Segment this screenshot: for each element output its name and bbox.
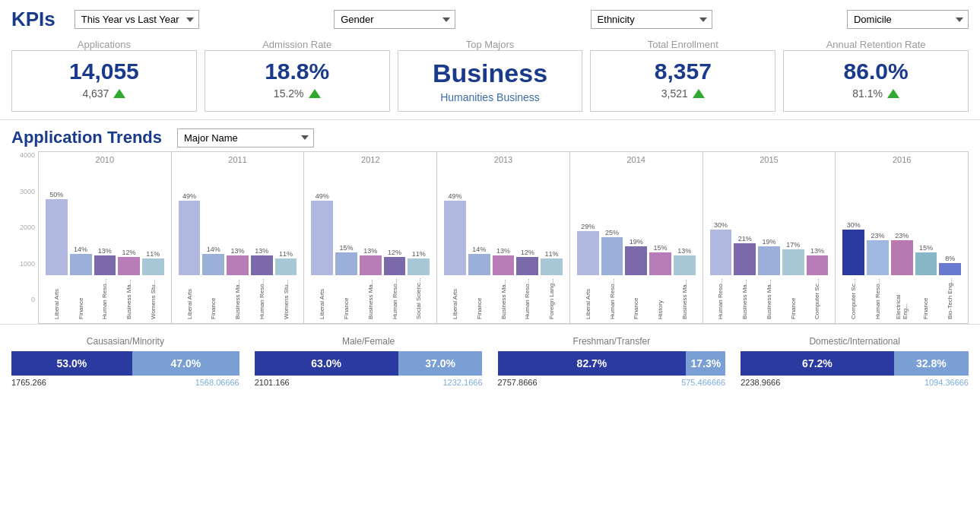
bar-item: 29% Liberal Arts bbox=[577, 223, 599, 319]
bar-item: 23% Human Reso... bbox=[867, 232, 889, 319]
trends-section-header: Application Trends Major Name bbox=[0, 119, 980, 151]
bar-item: 12% Human Reso... bbox=[384, 249, 406, 319]
applications-sub: 4,637 bbox=[24, 87, 185, 100]
ratio-values-caucasian: 1765.266 1568.06666 bbox=[11, 378, 239, 387]
retention-rate-sub-value: 81.1% bbox=[852, 87, 883, 100]
bar-item: 13% Business Ma... bbox=[674, 247, 696, 319]
bar-item: 14% Finance bbox=[468, 246, 490, 319]
bar-item: 25% Human Reso... bbox=[601, 229, 623, 319]
bar-item: 19% Business Ma... bbox=[758, 238, 780, 319]
bar-item: 15% Finance bbox=[915, 244, 937, 319]
kpi-label-top-majors: Top Majors bbox=[398, 39, 583, 50]
admission-rate-trend-icon bbox=[309, 89, 321, 98]
ratio-right-freshman: 17.3% bbox=[686, 351, 725, 376]
year-2010: 2010 50% Liberal Arts 14% Finance 13% bbox=[39, 152, 172, 323]
year-label-2016: 2016 bbox=[839, 152, 964, 167]
bar-item: 8% Bio-Tech Eng... bbox=[939, 255, 961, 319]
bar-item: 30% Computer Sc... bbox=[842, 221, 864, 319]
kpi-card-top-majors: Business Humanities Business bbox=[398, 50, 583, 112]
bar-item: 19% Finance bbox=[625, 238, 647, 319]
bars-2012: 49% Liberal Arts 15% Finance 13% Busines… bbox=[308, 167, 433, 319]
ratio-bar-gender: 63.0% 37.0% bbox=[255, 351, 483, 376]
top-majors-sub: Humanities Business bbox=[410, 91, 571, 103]
bar-item: 17% Finance bbox=[782, 241, 804, 319]
header-bar: KPIs This Year vs Last Year Gender Ethni… bbox=[0, 0, 980, 39]
bar-item: 23% Electrical Eng... bbox=[891, 232, 913, 319]
ratio-domestic-international: Domestic/International 67.2% 32.8% 2238.… bbox=[741, 336, 969, 387]
bars-2015: 30% Human Reso... 21% Business Ma... 19%… bbox=[707, 167, 832, 319]
bar-item: 13% Business Ma... bbox=[493, 247, 515, 319]
bar-item: 15% Finance bbox=[335, 244, 357, 319]
ratio-val-right-domestic: 1094.36666 bbox=[924, 378, 969, 387]
kpi-label-admission-rate: Admission Rate bbox=[205, 39, 390, 50]
ratio-bar-freshman: 82.7% 17.3% bbox=[498, 351, 726, 376]
applications-value: 14,055 bbox=[24, 59, 185, 84]
bar-item: 21% Business Ma... bbox=[734, 235, 756, 319]
year-2014: 2014 29% Liberal Arts 25% Human Reso... … bbox=[570, 152, 703, 323]
ratio-male-female: Male/Female 63.0% 37.0% 2101.166 1232.16… bbox=[255, 336, 483, 387]
ratio-values-freshman: 2757.8666 575.466666 bbox=[498, 378, 726, 387]
time-period-filter[interactable]: This Year vs Last Year bbox=[75, 10, 199, 29]
year-2016: 2016 30% Computer Sc... 23% Human Reso..… bbox=[836, 152, 969, 323]
applications-sub-value: 4,637 bbox=[82, 87, 109, 100]
bars-2013: 49% Liberal Arts 14% Finance 13% Busines… bbox=[441, 167, 566, 319]
kpi-card-retention-rate: 86.0% 81.1% bbox=[783, 50, 969, 112]
bar-item: 13% Computer Sc... bbox=[807, 247, 829, 319]
gender-filter[interactable]: Gender bbox=[334, 10, 455, 29]
bar-item: 13% Business Ma... bbox=[360, 247, 382, 319]
bars-2011: 49% Liberal Arts 14% Finance 13% Busines… bbox=[176, 167, 300, 319]
ratio-caucasian-minority: Causasian/Minority 53.0% 47.0% 1765.266 … bbox=[11, 336, 239, 387]
year-label-2015: 2015 bbox=[707, 152, 832, 167]
ratio-title-freshman: Freshman/Transfer bbox=[498, 336, 726, 347]
bar-item: 50% Liberal Arts bbox=[46, 191, 68, 319]
ratio-values-gender: 2101.166 1232.1666 bbox=[255, 378, 483, 387]
year-2013: 2013 49% Liberal Arts 14% Finance 13% bbox=[437, 152, 570, 323]
kpi-label-retention-rate: Annual Retention Rate bbox=[783, 39, 969, 50]
total-enrollment-value: 8,357 bbox=[602, 59, 763, 84]
admission-rate-sub: 15.2% bbox=[217, 87, 378, 100]
ratio-val-right-gender: 1232.1666 bbox=[443, 378, 483, 387]
ratio-val-left-gender: 2101.166 bbox=[255, 378, 290, 387]
kpi-card-admission-rate: 18.8% 15.2% bbox=[205, 50, 390, 112]
ethnicity-filter[interactable]: Ethnicity bbox=[591, 10, 712, 29]
bar-item: 14% Finance bbox=[70, 246, 92, 319]
kpi-card-labels: Applications Admission Rate Top Majors T… bbox=[0, 39, 980, 50]
ratio-bar-caucasian: 53.0% 47.0% bbox=[11, 351, 239, 376]
kpi-card-applications: 14,055 4,637 bbox=[11, 50, 197, 112]
year-label-2011: 2011 bbox=[176, 152, 300, 167]
year-charts: 2010 50% Liberal Arts 14% Finance 13% bbox=[38, 151, 969, 324]
year-2015: 2015 30% Human Reso... 21% Business Ma..… bbox=[703, 152, 836, 323]
ratio-title-gender: Male/Female bbox=[255, 336, 483, 347]
year-label-2010: 2010 bbox=[43, 152, 167, 167]
bar-item: 13% Human Reso... bbox=[251, 247, 273, 319]
top-majors-value: Business bbox=[410, 59, 571, 88]
bar-item: 13% Human Reso... bbox=[94, 247, 116, 319]
year-label-2012: 2012 bbox=[308, 152, 433, 167]
bar-item: 11% Social Scienc... bbox=[408, 250, 430, 319]
domicile-filter[interactable]: Domicile bbox=[847, 10, 969, 29]
admission-rate-value: 18.8% bbox=[217, 59, 378, 84]
ratio-val-right-freshman: 575.466666 bbox=[681, 378, 725, 387]
top-majors-sub-value: Humanities Business bbox=[440, 91, 540, 103]
ratio-values-domestic: 2238.9666 1094.36666 bbox=[741, 378, 969, 387]
total-enrollment-sub-value: 3,521 bbox=[661, 87, 688, 100]
ratio-left-freshman: 82.7% bbox=[498, 351, 687, 376]
bars-2014: 29% Liberal Arts 25% Human Reso... 19% F… bbox=[574, 167, 699, 319]
year-label-2013: 2013 bbox=[441, 152, 566, 167]
ratio-left-domestic: 67.2% bbox=[741, 351, 893, 376]
major-name-filter[interactable]: Major Name bbox=[177, 128, 314, 147]
trends-title: Application Trends bbox=[11, 128, 162, 147]
bar-item: 15% History bbox=[649, 244, 671, 319]
bar-item: 12% Human Reso... bbox=[516, 249, 538, 319]
chart-with-axis: 0 1000 2000 3000 4000 2010 50% Liberal A… bbox=[11, 151, 969, 324]
bar-item: 13% Business Ma... bbox=[227, 247, 249, 319]
ratio-freshman-transfer: Freshman/Transfer 82.7% 17.3% 2757.8666 … bbox=[498, 336, 726, 387]
total-enrollment-trend-icon bbox=[693, 89, 705, 98]
year-2011: 2011 49% Liberal Arts 14% Finance 13% bbox=[172, 152, 305, 323]
bar-item: 14% Finance bbox=[202, 246, 224, 319]
bar-item: 30% Human Reso... bbox=[710, 221, 732, 319]
ratio-right-gender: 37.0% bbox=[398, 351, 483, 376]
bars-2016: 30% Computer Sc... 23% Human Reso... 23%… bbox=[839, 167, 964, 319]
bar-item: 49% Liberal Arts bbox=[444, 192, 466, 319]
ratio-left-gender: 63.0% bbox=[255, 351, 398, 376]
